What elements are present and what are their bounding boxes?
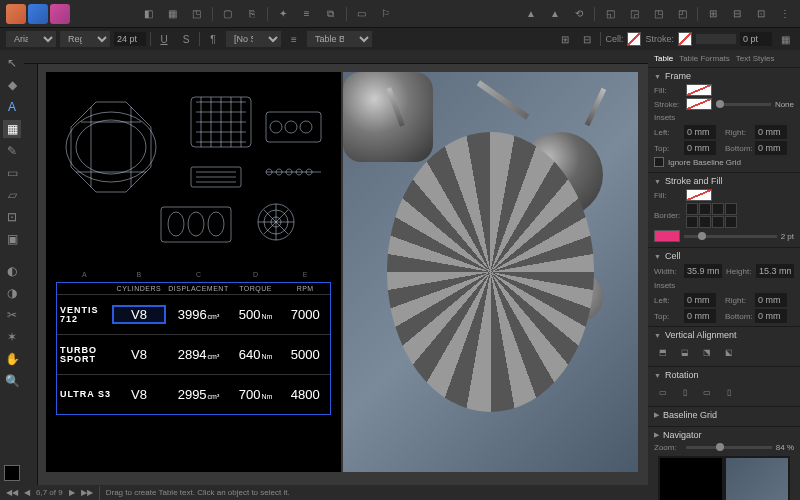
inset-bottom-input[interactable] [755,141,787,155]
cell-fill-swatch[interactable] [627,32,641,46]
valign-center-icon[interactable]: ⬓ [676,343,694,361]
displacement-cell[interactable]: 3996cm³ [166,307,231,322]
zoom-slider[interactable] [686,446,772,449]
align-icon[interactable]: ⊡ [752,5,770,23]
cell-inset-bottom-input[interactable] [755,309,787,323]
rpm-cell[interactable]: 5000 [280,347,330,362]
spread-icon[interactable]: ▦ [164,5,182,23]
displacement-cell[interactable]: 2894cm³ [166,347,231,362]
stroke-color-swatch[interactable] [654,230,680,242]
field-icon[interactable]: ▭ [353,5,371,23]
collapse-icon[interactable]: ▶ [654,411,659,419]
wand-icon[interactable]: ✦ [274,5,292,23]
collapse-icon[interactable]: ▼ [654,73,661,80]
transparency-tool[interactable]: ◑ [3,284,21,302]
stroke-width-slider[interactable] [684,235,777,238]
rpm-cell[interactable]: 7000 [280,307,330,322]
cell-width-input[interactable] [684,264,722,278]
collapse-icon[interactable]: ▼ [654,332,661,339]
lock-icon[interactable]: ⊟ [728,5,746,23]
char-style-select[interactable]: [No Style] [226,31,281,47]
collapse-icon[interactable]: ▼ [654,372,661,379]
arrange-back-icon[interactable]: ◱ [601,5,619,23]
app-tab-photo[interactable] [28,4,48,24]
tab-text-styles[interactable]: Text Styles [736,54,775,63]
fill-swatch[interactable] [4,465,20,481]
cylinders-cell[interactable]: V8 [112,347,167,362]
layers-icon[interactable]: ⧉ [322,5,340,23]
inset-top-input[interactable] [684,141,716,155]
snap-icon[interactable]: ⊞ [704,5,722,23]
model-cell[interactable]: TURBO SPORT [57,346,112,364]
rotate-0-icon[interactable]: ▭ [654,383,672,401]
arrange-backward-icon[interactable]: ◲ [625,5,643,23]
stroke-width-input[interactable] [740,32,772,46]
shape-tool[interactable]: ▭ [3,164,21,182]
displacement-cell[interactable]: 2995cm³ [166,387,231,402]
document-icon[interactable]: ◧ [140,5,158,23]
app-tab-designer[interactable] [6,4,26,24]
inset-right-input[interactable] [755,125,787,139]
arrange-forward-icon[interactable]: ◳ [649,5,667,23]
flip-h-icon[interactable]: ▲ [522,5,540,23]
more-icon[interactable]: ⋮ [776,5,794,23]
table-row[interactable]: VENTIS 712 V8 3996cm³ 500Nm 7000 [57,294,330,334]
flip-v-icon[interactable]: ▲ [546,5,564,23]
rotate-270-icon[interactable]: ▯ [720,383,738,401]
inset-left-input[interactable] [684,125,716,139]
page-left[interactable]: A B C D E CYLINDERS DISPLACEMENT TORQUE … [46,72,341,472]
next-page-icon[interactable]: ▶ [69,488,75,497]
insert-col-icon[interactable]: ⊟ [578,30,596,48]
model-cell[interactable]: ULTRA S3 [57,390,112,399]
arrange-front-icon[interactable]: ◰ [673,5,691,23]
ruler-vertical[interactable] [24,64,38,485]
border-selector[interactable] [686,203,737,228]
frame-fill-swatch[interactable] [686,84,712,96]
cylinders-cell-selected[interactable]: V8 [112,305,167,324]
collapse-icon[interactable]: ▼ [654,253,661,260]
image-place-icon[interactable]: ▢ [219,5,237,23]
cell-height-input[interactable] [756,264,794,278]
frame-stroke-swatch[interactable] [686,98,712,110]
table-tool[interactable]: ▦ [3,120,21,138]
strikethrough-icon[interactable]: S [177,30,195,48]
rotate-180-icon[interactable]: ▭ [698,383,716,401]
char-panel-icon[interactable]: ¶ [204,30,222,48]
rotate-90-icon[interactable]: ▯ [676,383,694,401]
view-tool[interactable]: 🔍 [3,372,21,390]
table-row[interactable]: TURBO SPORT V8 2894cm³ 640Nm 5000 [57,334,330,374]
torque-cell[interactable]: 700Nm [231,387,281,402]
tab-table-formats[interactable]: Table Formats [679,54,730,63]
fill-tool[interactable]: ◐ [3,262,21,280]
rotate-icon[interactable]: ⟲ [570,5,588,23]
torque-cell[interactable]: 500Nm [231,307,281,322]
baseline-icon[interactable]: ≡ [298,5,316,23]
pen-tool[interactable]: ✎ [3,142,21,160]
data-table[interactable]: A B C D E CYLINDERS DISPLACEMENT TORQUE … [56,282,331,415]
table-row[interactable]: ULTRA S3 V8 2995cm³ 700Nm 4800 [57,374,330,414]
next-spread-icon[interactable]: ▶▶ [81,488,93,497]
navigator-preview[interactable] [658,456,790,500]
valign-justify-icon[interactable]: ⬕ [720,343,738,361]
tab-table[interactable]: Table [654,54,673,63]
font-weight-select[interactable]: Regular [60,31,110,47]
collapse-icon[interactable]: ▶ [654,431,659,439]
ruler-horizontal[interactable] [24,50,648,64]
table-header-row[interactable]: CYLINDERS DISPLACEMENT TORQUE RPM [57,283,330,294]
valign-bottom-icon[interactable]: ⬔ [698,343,716,361]
font-size-input[interactable] [114,32,146,46]
preflight-icon[interactable]: ◳ [188,5,206,23]
prev-page-icon[interactable]: ◀ [24,488,30,497]
stroke-style-select[interactable] [696,34,736,44]
bookmark-icon[interactable]: ⚐ [377,5,395,23]
pin-icon[interactable]: ⎘ [243,5,261,23]
colour-picker-tool[interactable]: ✶ [3,328,21,346]
cell-inset-top-input[interactable] [684,309,716,323]
zoom-tool[interactable]: ✋ [3,350,21,368]
cell-inset-right-input[interactable] [755,293,787,307]
move-tool[interactable]: ↖ [3,54,21,72]
font-family-select[interactable]: Arial [6,31,56,47]
vector-crop-tool[interactable]: ✂ [3,306,21,324]
ignore-baseline-checkbox[interactable] [654,157,664,167]
app-tab-publisher[interactable] [50,4,70,24]
